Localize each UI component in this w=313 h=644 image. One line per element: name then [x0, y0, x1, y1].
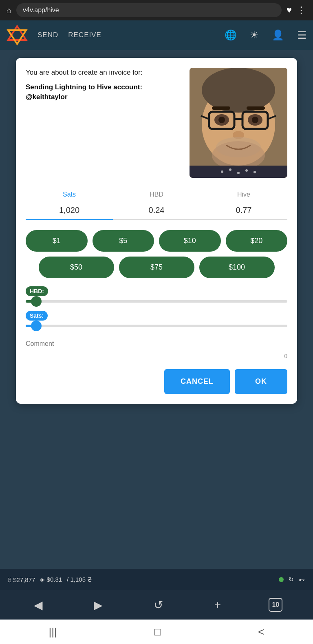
refresh-status-icon[interactable]: ↻	[289, 576, 294, 583]
comment-counter: 0	[26, 353, 287, 359]
tabs-switcher[interactable]: 10	[269, 598, 282, 612]
hamburger-menu-icon[interactable]: ☰	[297, 29, 306, 42]
btc-price: ₿ $27,877	[8, 576, 35, 583]
hbd-underline	[113, 219, 200, 220]
nav-send[interactable]: SEND	[37, 31, 58, 39]
hive-value: 0.77	[200, 203, 287, 217]
url-text: v4v.app/hive	[23, 7, 59, 13]
tab-hbd[interactable]: HBD	[113, 188, 200, 201]
app-logo	[7, 24, 28, 46]
bottom-status-bar: ₿ $27,877 ◈ $0.31 / 1,105 ₴ ↻ 🗝	[0, 569, 313, 590]
favorite-icon[interactable]: ♥	[287, 5, 292, 15]
system-home-button[interactable]: □	[154, 626, 161, 638]
tab-hive[interactable]: Hive	[200, 188, 287, 201]
svg-point-14	[218, 117, 225, 123]
dialog-header: You are about to create an invoice for: …	[26, 68, 287, 178]
svg-point-20	[221, 170, 223, 173]
hbd-slider-section: HBD:	[26, 286, 287, 303]
hbd-slider-track	[26, 300, 287, 303]
nav-bar: ◀ ▶ ↺ + 10	[0, 590, 313, 620]
svg-rect-5	[212, 106, 230, 110]
system-bar: ||| □ <	[0, 620, 313, 644]
status-dot	[279, 577, 284, 582]
ok-button[interactable]: OK	[235, 369, 287, 394]
hive-underline	[200, 219, 287, 220]
amount-btn-50[interactable]: $50	[39, 257, 114, 278]
new-tab-button[interactable]: +	[211, 595, 224, 615]
dialog-intro-text: You are about to create an invoice for:	[26, 68, 183, 77]
amount-btn-10[interactable]: $10	[159, 230, 221, 252]
dialog-account-text: Sending Lightning to Hive account: @keit…	[26, 82, 183, 102]
svg-point-22	[237, 172, 240, 174]
sats-value[interactable]: 1,020	[26, 203, 113, 217]
sats-slider-section: Sats:	[26, 311, 287, 327]
hbd-slider-label: HBD:	[26, 286, 48, 296]
comment-section: 0	[26, 337, 287, 359]
nav-receive[interactable]: RECEIVE	[68, 31, 101, 39]
svg-point-21	[229, 168, 231, 171]
browser-menu-icon[interactable]: ⋮	[297, 5, 306, 15]
sats-rate: / 1,105 ₴	[67, 576, 92, 583]
currency-tabs: Sats HBD Hive	[26, 188, 287, 201]
svg-point-24	[253, 171, 256, 173]
globe-icon[interactable]: 🌐	[225, 29, 237, 41]
system-menu-button[interactable]: |||	[48, 626, 57, 638]
back-button[interactable]: ◀	[31, 595, 46, 615]
amount-btn-1[interactable]: $1	[26, 230, 88, 252]
url-bar[interactable]: v4v.app/hive	[16, 3, 282, 17]
app-header: SEND RECEIVE 🌐 ☀ 👤 ☰	[0, 20, 313, 50]
currency-underlines	[26, 219, 287, 220]
comment-input[interactable]	[26, 337, 287, 351]
svg-point-23	[245, 169, 248, 172]
tab-sats[interactable]: Sats	[26, 188, 113, 201]
key-icon[interactable]: 🗝	[299, 576, 305, 583]
invoice-dialog: You are about to create an invoice for: …	[16, 58, 297, 404]
sats-slider-label: Sats:	[26, 311, 48, 321]
tabs-count: 10	[269, 598, 282, 612]
amount-row-2: $50 $75 $100	[26, 257, 287, 278]
main-content: You are about to create an invoice for: …	[0, 50, 313, 569]
profile-icon[interactable]: 👤	[272, 29, 284, 41]
amount-btn-5[interactable]: $5	[93, 230, 154, 252]
dialog-actions: CANCEL OK	[26, 369, 287, 394]
amount-buttons: $1 $5 $10 $20 $50 $75 $100	[26, 230, 287, 278]
amount-row-1: $1 $5 $10 $20	[26, 230, 287, 252]
hbd-value: 0.24	[113, 203, 200, 217]
user-avatar	[190, 68, 287, 178]
sats-slider-thumb[interactable]	[31, 321, 42, 331]
hive-price: ◈ $0.31	[40, 576, 62, 583]
avatar-image	[190, 68, 287, 178]
svg-point-15	[252, 117, 258, 123]
amount-btn-100[interactable]: $100	[199, 257, 275, 278]
system-back-button[interactable]: <	[258, 626, 264, 638]
amount-btn-20[interactable]: $20	[226, 230, 288, 252]
sats-underline	[26, 219, 113, 220]
sats-slider-track	[26, 325, 287, 327]
home-icon[interactable]: ⌂	[7, 6, 11, 15]
currency-values: 1,020 0.24 0.77	[26, 203, 287, 217]
brightness-icon[interactable]: ☀	[250, 29, 259, 41]
browser-status-bar: ⌂ v4v.app/hive ♥ ⋮	[0, 0, 313, 20]
svg-point-4	[202, 68, 275, 113]
svg-point-18	[212, 141, 265, 170]
cancel-button[interactable]: CANCEL	[164, 369, 230, 394]
hbd-slider-thumb[interactable]	[31, 296, 42, 307]
svg-rect-6	[247, 106, 265, 110]
forward-button[interactable]: ▶	[90, 595, 106, 615]
refresh-button[interactable]: ↺	[150, 595, 166, 615]
dialog-text: You are about to create an invoice for: …	[26, 68, 183, 178]
amount-btn-75[interactable]: $75	[119, 257, 194, 278]
